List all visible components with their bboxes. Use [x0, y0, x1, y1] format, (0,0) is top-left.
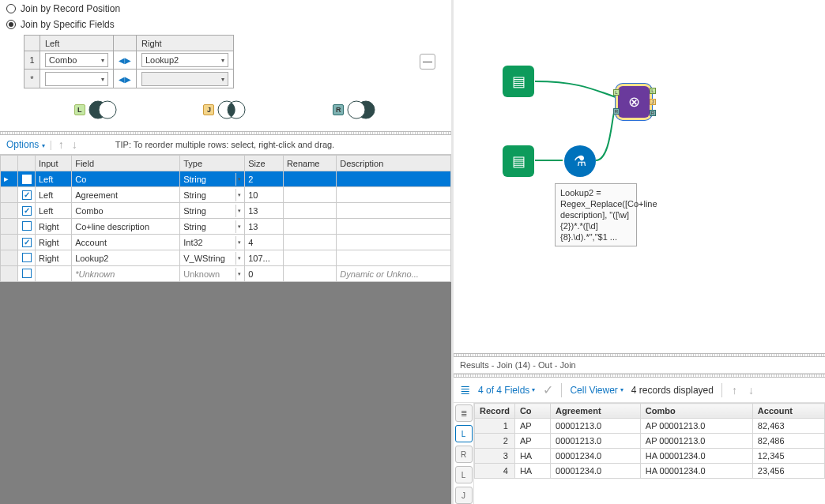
col-Description[interactable]: Description	[337, 156, 451, 171]
rename-cell[interactable]	[283, 171, 336, 187]
size-cell[interactable]: 0	[245, 266, 284, 282]
col-Type[interactable]: Type	[180, 156, 245, 171]
anchor-l-out[interactable]: L	[650, 88, 656, 94]
left-field-select[interactable]: ▾	[45, 72, 108, 86]
col-right: Right	[137, 36, 234, 51]
venn-label-l: L	[74, 104, 85, 115]
col-agreement[interactable]: Agreement	[551, 404, 641, 419]
results-row[interactable]: 3HA00001234.0HA 00001234.012,345	[475, 449, 825, 464]
next-button[interactable]: ↓	[747, 384, 755, 397]
cell-viewer-menu[interactable]: Cell Viewer ▾	[570, 385, 623, 396]
remove-row-button[interactable]: —	[420, 54, 435, 70]
rename-cell[interactable]	[283, 266, 336, 282]
type-cell[interactable]: String▾	[180, 219, 245, 235]
include-checkbox[interactable]	[18, 250, 36, 266]
size-cell[interactable]: 13	[245, 219, 284, 235]
venn-left[interactable]: L	[74, 100, 119, 120]
col-co[interactable]: Co	[514, 404, 550, 419]
size-cell[interactable]: 4	[245, 235, 284, 250]
radio-icon	[6, 4, 16, 13]
rename-cell[interactable]	[283, 235, 336, 250]
col-blank0[interactable]	[1, 156, 18, 171]
swap-right-icon[interactable]: ▶	[125, 56, 131, 65]
type-cell[interactable]: Unknown▾	[180, 266, 245, 282]
size-cell[interactable]: 2	[245, 171, 284, 187]
input-tool-2[interactable]: ▤	[503, 145, 534, 177]
type-cell[interactable]: Int32▾	[180, 235, 245, 250]
svg-point-1	[99, 101, 116, 118]
options-menu[interactable]: Options ▾	[6, 139, 45, 150]
venn-right[interactable]: R	[333, 100, 377, 120]
chevron-down-icon: ▾	[235, 236, 243, 249]
move-down-button[interactable]: ↓	[70, 138, 79, 151]
rename-cell[interactable]	[283, 250, 336, 266]
col-Input[interactable]: Input	[36, 156, 72, 171]
join-tool[interactable]: ⊗ L R L J R	[618, 86, 650, 118]
type-cell[interactable]: V_WString▾	[180, 250, 245, 266]
prev-button[interactable]: ↑	[730, 384, 739, 397]
desc-cell	[337, 171, 451, 187]
swap-right-icon[interactable]: ▶	[125, 75, 131, 84]
tab-all[interactable]: ≣	[455, 404, 473, 422]
chevron-down-icon: ▾	[620, 386, 623, 393]
venn-join[interactable]: J	[203, 100, 247, 120]
include-checkbox[interactable]	[18, 235, 36, 250]
results-row[interactable]: 1AP00001213.0AP 00001213.082,463	[475, 419, 825, 434]
field-row[interactable]: RightAccountInt32▾4	[1, 235, 451, 250]
include-checkbox[interactable]	[18, 187, 36, 203]
field-row[interactable]: LeftComboString▾13	[1, 203, 451, 219]
results-row[interactable]: 4HA00001234.0HA 00001234.023,456	[475, 464, 825, 479]
left-field-select[interactable]: Combo▾	[45, 53, 108, 67]
type-cell[interactable]: String▾	[180, 187, 245, 203]
workflow-canvas[interactable]: ▤ ▤ ⚗ ⊗ L R L J R Lookup2 = Regex_Replac…	[454, 0, 825, 353]
anchor-j-out[interactable]: J	[650, 99, 656, 105]
input-tool-1[interactable]: ▤	[503, 66, 534, 97]
tab-j[interactable]: J	[455, 487, 473, 504]
col-blank1[interactable]	[18, 156, 36, 171]
rename-cell[interactable]	[283, 203, 336, 219]
anchor-l-in[interactable]: L	[613, 89, 620, 96]
right-field-select[interactable]: ▾	[141, 72, 228, 86]
col-account[interactable]: Account	[752, 404, 824, 419]
col-Rename[interactable]: Rename	[283, 156, 336, 171]
check-icon[interactable]: ✓	[543, 382, 553, 397]
cell-co: HA	[514, 464, 550, 479]
include-checkbox[interactable]	[18, 203, 36, 219]
type-cell[interactable]: String▾	[180, 203, 245, 219]
include-checkbox[interactable]	[18, 171, 36, 187]
tab-l[interactable]: L	[455, 425, 473, 442]
right-field-select[interactable]: Lookup2▾	[141, 53, 228, 67]
anchor-r-out[interactable]: R	[650, 110, 656, 116]
type-cell[interactable]: String▾	[180, 171, 245, 187]
rename-cell[interactable]	[283, 219, 336, 235]
results-row[interactable]: 2AP00001213.0AP 00001213.082,486	[475, 434, 825, 449]
swap-left-icon[interactable]: ◀	[119, 75, 125, 84]
field-row[interactable]: ▸LeftCoString▾2	[1, 171, 451, 187]
formula-tool[interactable]: ⚗	[564, 145, 596, 177]
fields-menu[interactable]: 4 of 4 Fields ▾	[478, 385, 535, 396]
size-cell[interactable]: 13	[245, 203, 284, 219]
include-checkbox[interactable]	[18, 219, 36, 235]
col-record[interactable]: Record	[475, 404, 515, 419]
field-row[interactable]: RightCo+line descriptionString▾13	[1, 219, 451, 235]
size-cell[interactable]: 107...	[245, 250, 284, 266]
menu-icon[interactable]: ≣	[460, 382, 470, 397]
tab-l2[interactable]: L	[455, 466, 473, 483]
input-cell: Left	[36, 203, 72, 219]
rename-cell[interactable]	[283, 187, 336, 203]
tab-r[interactable]: R	[455, 446, 473, 463]
field-row[interactable]: LeftAgreementString▾10	[1, 187, 451, 203]
swap-left-icon[interactable]: ◀	[119, 56, 125, 65]
radio-join-by-position[interactable]: Join by Record Position	[0, 0, 451, 16]
field-row[interactable]: RightLookup2V_WString▾107...	[1, 250, 451, 266]
col-combo[interactable]: Combo	[640, 404, 752, 419]
field-row[interactable]: *UnknownUnknown▾0Dynamic or Unkno...	[1, 266, 451, 282]
size-cell[interactable]: 10	[245, 187, 284, 203]
radio-join-by-fields[interactable]: Join by Specific Fields	[0, 16, 451, 32]
col-Field[interactable]: Field	[72, 156, 180, 171]
move-up-button[interactable]: ↑	[57, 138, 66, 151]
results-anchor-tabs: ≣ L R L J	[454, 403, 474, 504]
anchor-r-in[interactable]: R	[613, 108, 620, 115]
col-Size[interactable]: Size	[245, 156, 284, 171]
include-checkbox[interactable]	[18, 266, 36, 282]
